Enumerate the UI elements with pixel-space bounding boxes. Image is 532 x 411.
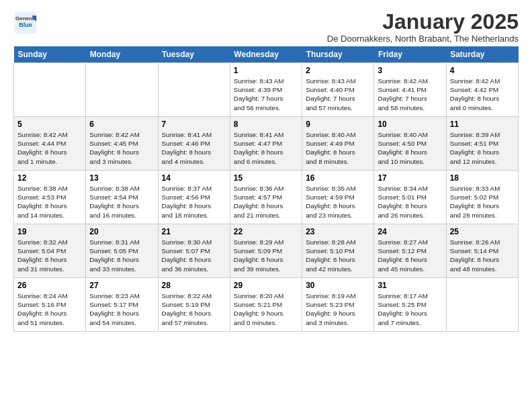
calendar-cell: 13Sunrise: 8:38 AM Sunset: 4:54 PM Dayli… xyxy=(86,171,158,224)
day-number: 10 xyxy=(378,120,442,129)
calendar-cell: 16Sunrise: 8:35 AM Sunset: 4:59 PM Dayli… xyxy=(302,171,374,224)
day-info: Sunrise: 8:26 AM Sunset: 5:14 PM Dayligh… xyxy=(450,238,515,273)
day-info: Sunrise: 8:31 AM Sunset: 5:05 PM Dayligh… xyxy=(89,238,154,273)
day-number: 13 xyxy=(89,173,154,183)
day-number: 1 xyxy=(234,66,298,75)
calendar-title: January 2025 xyxy=(327,11,519,32)
calendar-cell: 15Sunrise: 8:36 AM Sunset: 4:57 PM Dayli… xyxy=(230,171,302,224)
day-number: 18 xyxy=(450,173,515,183)
logo: General Blue xyxy=(13,11,38,35)
day-number: 2 xyxy=(306,66,370,75)
calendar-cell: 19Sunrise: 8:32 AM Sunset: 5:04 PM Dayli… xyxy=(14,224,86,278)
calendar-cell: 14Sunrise: 8:37 AM Sunset: 4:56 PM Dayli… xyxy=(158,171,230,224)
day-number: 21 xyxy=(162,227,226,236)
day-info: Sunrise: 8:36 AM Sunset: 4:57 PM Dayligh… xyxy=(234,184,298,220)
day-info: Sunrise: 8:40 AM Sunset: 4:50 PM Dayligh… xyxy=(378,130,442,166)
day-info: Sunrise: 8:20 AM Sunset: 5:21 PM Dayligh… xyxy=(234,291,298,327)
day-info: Sunrise: 8:41 AM Sunset: 4:46 PM Dayligh… xyxy=(162,130,226,166)
page: General Blue January 2025 De Doornakkers… xyxy=(0,0,532,338)
day-number: 15 xyxy=(234,173,298,183)
calendar-cell: 22Sunrise: 8:29 AM Sunset: 5:09 PM Dayli… xyxy=(230,224,302,278)
day-number: 5 xyxy=(17,120,82,129)
header-wednesday: Wednesday xyxy=(230,46,302,63)
calendar-cell: 1Sunrise: 8:43 AM Sunset: 4:39 PM Daylig… xyxy=(230,63,302,117)
week-row-4: 26Sunrise: 8:24 AM Sunset: 5:16 PM Dayli… xyxy=(14,278,519,332)
day-info: Sunrise: 8:33 AM Sunset: 5:02 PM Dayligh… xyxy=(450,184,515,220)
header-friday: Friday xyxy=(374,46,446,63)
day-info: Sunrise: 8:24 AM Sunset: 5:16 PM Dayligh… xyxy=(17,291,82,327)
day-info: Sunrise: 8:42 AM Sunset: 4:42 PM Dayligh… xyxy=(450,77,515,112)
logo-icon: General Blue xyxy=(13,11,38,35)
calendar-cell: 30Sunrise: 8:19 AM Sunset: 5:23 PM Dayli… xyxy=(302,278,374,332)
calendar-cell xyxy=(14,63,86,117)
calendar-cell: 6Sunrise: 8:42 AM Sunset: 4:45 PM Daylig… xyxy=(86,117,158,171)
day-info: Sunrise: 8:43 AM Sunset: 4:40 PM Dayligh… xyxy=(306,77,370,112)
day-info: Sunrise: 8:37 AM Sunset: 4:56 PM Dayligh… xyxy=(162,184,226,220)
header-saturday: Saturday xyxy=(446,46,518,63)
day-number: 26 xyxy=(17,281,82,290)
day-number: 9 xyxy=(306,120,370,129)
day-info: Sunrise: 8:42 AM Sunset: 4:41 PM Dayligh… xyxy=(378,77,442,112)
calendar-cell: 12Sunrise: 8:38 AM Sunset: 4:53 PM Dayli… xyxy=(14,171,86,224)
day-number: 17 xyxy=(378,173,442,183)
calendar-cell: 17Sunrise: 8:34 AM Sunset: 5:01 PM Dayli… xyxy=(374,171,446,224)
day-number: 8 xyxy=(234,120,298,129)
day-number: 28 xyxy=(162,281,226,290)
day-number: 24 xyxy=(378,227,442,236)
week-row-3: 19Sunrise: 8:32 AM Sunset: 5:04 PM Dayli… xyxy=(14,224,519,278)
day-number: 3 xyxy=(378,66,442,75)
day-number: 20 xyxy=(89,227,154,236)
day-info: Sunrise: 8:38 AM Sunset: 4:54 PM Dayligh… xyxy=(89,184,154,220)
day-info: Sunrise: 8:23 AM Sunset: 5:17 PM Dayligh… xyxy=(89,291,154,327)
day-info: Sunrise: 8:43 AM Sunset: 4:39 PM Dayligh… xyxy=(234,77,298,112)
calendar-cell: 18Sunrise: 8:33 AM Sunset: 5:02 PM Dayli… xyxy=(446,171,518,224)
calendar-cell: 25Sunrise: 8:26 AM Sunset: 5:14 PM Dayli… xyxy=(446,224,518,278)
calendar-table: Sunday Monday Tuesday Wednesday Thursday… xyxy=(13,46,519,332)
day-number: 31 xyxy=(378,281,442,290)
calendar-cell: 3Sunrise: 8:42 AM Sunset: 4:41 PM Daylig… xyxy=(374,63,446,117)
week-row-1: 5Sunrise: 8:42 AM Sunset: 4:44 PM Daylig… xyxy=(14,117,519,171)
calendar-cell: 29Sunrise: 8:20 AM Sunset: 5:21 PM Dayli… xyxy=(230,278,302,332)
calendar-cell: 7Sunrise: 8:41 AM Sunset: 4:46 PM Daylig… xyxy=(158,117,230,171)
day-number: 23 xyxy=(306,227,370,236)
header-sunday: Sunday xyxy=(14,46,86,63)
day-info: Sunrise: 8:34 AM Sunset: 5:01 PM Dayligh… xyxy=(378,184,442,220)
calendar-body: 1Sunrise: 8:43 AM Sunset: 4:39 PM Daylig… xyxy=(14,63,519,332)
day-info: Sunrise: 8:19 AM Sunset: 5:23 PM Dayligh… xyxy=(306,291,370,327)
calendar-cell: 9Sunrise: 8:40 AM Sunset: 4:49 PM Daylig… xyxy=(302,117,374,171)
day-number: 19 xyxy=(17,227,82,236)
weekday-header-row: Sunday Monday Tuesday Wednesday Thursday… xyxy=(14,46,519,63)
day-info: Sunrise: 8:40 AM Sunset: 4:49 PM Dayligh… xyxy=(306,130,370,166)
day-info: Sunrise: 8:28 AM Sunset: 5:10 PM Dayligh… xyxy=(306,238,370,273)
calendar-cell xyxy=(446,278,518,332)
day-number: 4 xyxy=(450,66,515,75)
day-number: 16 xyxy=(306,173,370,183)
calendar-cell: 2Sunrise: 8:43 AM Sunset: 4:40 PM Daylig… xyxy=(302,63,374,117)
calendar-cell: 4Sunrise: 8:42 AM Sunset: 4:42 PM Daylig… xyxy=(446,63,518,117)
calendar-cell: 11Sunrise: 8:39 AM Sunset: 4:51 PM Dayli… xyxy=(446,117,518,171)
svg-text:Blue: Blue xyxy=(19,21,32,28)
day-number: 11 xyxy=(450,120,515,129)
calendar-cell: 31Sunrise: 8:17 AM Sunset: 5:25 PM Dayli… xyxy=(374,278,446,332)
calendar-cell: 21Sunrise: 8:30 AM Sunset: 5:07 PM Dayli… xyxy=(158,224,230,278)
calendar-cell: 5Sunrise: 8:42 AM Sunset: 4:44 PM Daylig… xyxy=(14,117,86,171)
day-number: 27 xyxy=(89,281,154,290)
day-number: 6 xyxy=(89,120,154,129)
calendar-subtitle: De Doornakkers, North Brabant, The Nethe… xyxy=(327,34,519,44)
day-info: Sunrise: 8:41 AM Sunset: 4:47 PM Dayligh… xyxy=(234,130,298,166)
week-row-0: 1Sunrise: 8:43 AM Sunset: 4:39 PM Daylig… xyxy=(14,63,519,117)
day-number: 12 xyxy=(17,173,82,183)
calendar-cell: 27Sunrise: 8:23 AM Sunset: 5:17 PM Dayli… xyxy=(86,278,158,332)
day-info: Sunrise: 8:42 AM Sunset: 4:45 PM Dayligh… xyxy=(89,130,154,166)
day-info: Sunrise: 8:35 AM Sunset: 4:59 PM Dayligh… xyxy=(306,184,370,220)
header-monday: Monday xyxy=(86,46,158,63)
calendar-cell: 28Sunrise: 8:22 AM Sunset: 5:19 PM Dayli… xyxy=(158,278,230,332)
day-info: Sunrise: 8:38 AM Sunset: 4:53 PM Dayligh… xyxy=(17,184,82,220)
day-number: 25 xyxy=(450,227,515,236)
header-thursday: Thursday xyxy=(302,46,374,63)
title-block: January 2025 De Doornakkers, North Braba… xyxy=(327,11,519,44)
day-info: Sunrise: 8:42 AM Sunset: 4:44 PM Dayligh… xyxy=(17,130,82,166)
calendar-cell xyxy=(86,63,158,117)
day-info: Sunrise: 8:17 AM Sunset: 5:25 PM Dayligh… xyxy=(378,291,442,327)
day-info: Sunrise: 8:29 AM Sunset: 5:09 PM Dayligh… xyxy=(234,238,298,273)
